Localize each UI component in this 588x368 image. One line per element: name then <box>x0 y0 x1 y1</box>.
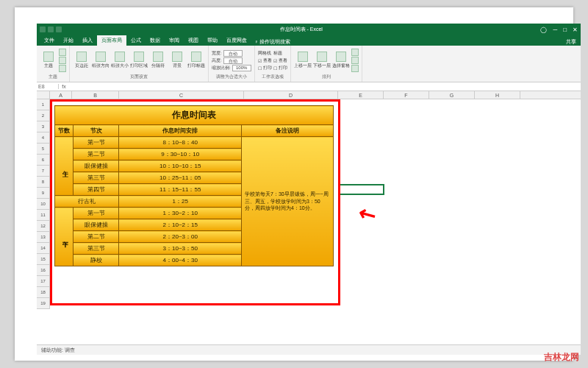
row-header[interactable]: 9 <box>37 188 50 199</box>
column-headers: ABCDEFGH <box>37 91 581 99</box>
bring-forward-button[interactable]: 上移一层 <box>294 47 312 74</box>
col-header-G[interactable]: G <box>429 91 475 99</box>
share-button[interactable]: 共享 <box>566 38 581 46</box>
col-header-C[interactable]: C <box>119 91 244 99</box>
titlebar: 作息时间表 - Excel ◯ ─ □ ✕ <box>37 24 581 35</box>
align-icon[interactable] <box>351 49 359 56</box>
save-icon[interactable] <box>40 26 46 32</box>
background-button[interactable]: 背景 <box>168 47 186 74</box>
breaks-button[interactable]: 分隔符 <box>149 47 167 74</box>
effects-icon[interactable] <box>59 65 66 72</box>
print-titles-button[interactable]: 打印标题 <box>187 47 205 74</box>
scale-input[interactable]: 100% <box>232 65 251 71</box>
window-controls: ◯ ─ □ ✕ <box>540 26 578 33</box>
select-all-corner[interactable] <box>37 91 50 99</box>
redo-icon[interactable] <box>56 26 62 32</box>
tab-insert[interactable]: 插入 <box>78 35 97 46</box>
width-input[interactable]: 自动 <box>223 50 243 57</box>
minimize-icon[interactable]: ─ <box>553 26 557 33</box>
row-header[interactable]: 3 <box>37 121 50 132</box>
watermark: 吉林龙网 <box>544 351 579 364</box>
col-header-E[interactable]: E <box>338 91 384 99</box>
row-header[interactable]: 15 <box>37 254 50 265</box>
orientation-icon <box>96 52 106 62</box>
row-header[interactable]: 19 <box>37 298 50 309</box>
quick-access-toolbar[interactable] <box>40 26 62 32</box>
col-header-F[interactable]: F <box>384 91 429 99</box>
row-header[interactable]: 11 <box>37 210 50 221</box>
col-header-B[interactable]: B <box>72 91 119 99</box>
tab-page-layout[interactable]: 页面布局 <box>97 35 126 46</box>
name-box[interactable]: E8 <box>37 84 59 89</box>
ribbon: 主题 主题 页边距 纸张方向 纸张大小 打印区域 分隔符 背景 打印标题 页面设… <box>37 46 581 82</box>
row-header[interactable]: 10 <box>37 199 50 210</box>
tab-review[interactable]: 审阅 <box>165 35 184 46</box>
orientation-button[interactable]: 纸张方向 <box>92 47 110 74</box>
tell-me[interactable]: ♀ 操作说明搜索 <box>254 38 290 46</box>
row-header[interactable]: 14 <box>37 243 50 254</box>
height-input[interactable]: 自动 <box>223 57 243 64</box>
user-icon[interactable]: ◯ <box>540 26 547 33</box>
colors-icon[interactable] <box>59 49 66 56</box>
themes-button[interactable]: 主题 <box>40 47 57 74</box>
maximize-icon[interactable]: □ <box>563 26 567 33</box>
size-button[interactable]: 纸张大小 <box>111 47 129 74</box>
group-themes: 主题 主题 <box>37 46 70 82</box>
send-backward-button[interactable]: 下移一层 <box>313 47 331 74</box>
row-header[interactable]: 17 <box>37 276 50 287</box>
row-header[interactable]: 1 <box>37 99 50 110</box>
row-header[interactable]: 8 <box>37 177 50 188</box>
header-note: 备注说明 <box>242 125 334 137</box>
bring-forward-icon <box>298 52 308 62</box>
row-header[interactable]: 6 <box>37 155 50 166</box>
period-afternoon: 下午 <box>55 208 74 266</box>
margins-button[interactable]: 页边距 <box>73 47 90 74</box>
row-header[interactable]: 18 <box>37 287 50 298</box>
tab-file[interactable]: 文件 <box>40 35 59 46</box>
breaks-icon <box>153 52 163 62</box>
col-header-H[interactable]: H <box>475 91 520 99</box>
print-area-icon <box>134 52 144 62</box>
col-header-A[interactable]: A <box>50 91 72 99</box>
group-sheet-options: 网格线 ☑ 查看 ☐ 打印 标题 ☑ 查看 ☐ 打印 工作表选项 <box>255 46 291 82</box>
status-bar: 辅助功能: 调查 <box>37 344 581 355</box>
tab-help[interactable]: 帮助 <box>203 35 222 46</box>
tab-home[interactable]: 开始 <box>59 35 78 46</box>
fx-icon[interactable]: fx <box>59 84 69 89</box>
fonts-icon[interactable] <box>59 57 66 64</box>
print-area-button[interactable]: 打印区域 <box>130 47 148 74</box>
row-header[interactable]: 5 <box>37 144 50 155</box>
selection-pane-button[interactable]: 选择窗格 <box>332 47 350 74</box>
row-header[interactable]: 16 <box>37 265 50 276</box>
group-icon[interactable] <box>351 57 359 64</box>
row-header[interactable]: 4 <box>37 132 50 144</box>
row-header[interactable]: 12 <box>37 221 50 232</box>
close-icon[interactable]: ✕ <box>573 26 578 33</box>
undo-icon[interactable] <box>48 26 54 32</box>
tab-formulas[interactable]: 公式 <box>126 35 146 46</box>
annotation-arrow: ↖ <box>354 199 380 229</box>
row-header[interactable]: 7 <box>37 166 50 177</box>
headings-print-check[interactable]: ☐ 打印 <box>273 65 287 71</box>
active-cell[interactable] <box>339 184 384 195</box>
rotate-icon[interactable] <box>351 65 359 72</box>
header-time: 作息时间安排 <box>119 125 242 137</box>
excel-window: 作息时间表 - Excel ◯ ─ □ ✕ 文件 开始 插入 页面布局 公式 数… <box>37 24 581 355</box>
tab-view[interactable]: 视图 <box>184 35 203 46</box>
gridlines-view-check[interactable]: ☑ 查看 <box>258 57 272 64</box>
row-header[interactable]: 2 <box>37 110 50 121</box>
gridlines-print-check[interactable]: ☐ 打印 <box>258 65 272 71</box>
spreadsheet-grid[interactable]: ABCDEFGH 12345678910111213141516171819 作… <box>37 91 581 342</box>
col-header-D[interactable]: D <box>244 91 338 99</box>
break-class: 行古礼 <box>55 196 119 208</box>
group-page-setup: 页边距 纸张方向 纸张大小 打印区域 分隔符 背景 打印标题 页面设置 <box>70 46 209 82</box>
window-title: 作息时间表 - Excel <box>62 26 540 33</box>
row-headers: 12345678910111213141516171819 <box>37 99 50 309</box>
print-titles-icon <box>191 52 201 62</box>
tab-baidu[interactable]: 百度网盘 <box>222 35 251 46</box>
row-header[interactable]: 13 <box>37 232 50 243</box>
ribbon-tabs: 文件 开始 插入 页面布局 公式 数据 审阅 视图 帮助 百度网盘 ♀ 操作说明… <box>37 35 581 46</box>
period-morning: 上午 <box>55 137 74 196</box>
headings-view-check[interactable]: ☑ 查看 <box>273 57 287 64</box>
tab-data[interactable]: 数据 <box>146 35 165 46</box>
